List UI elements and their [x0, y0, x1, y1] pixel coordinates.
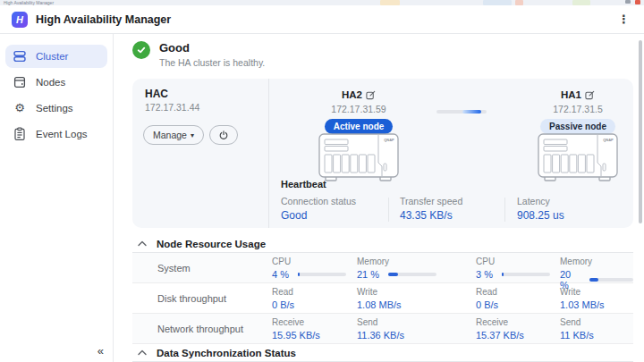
cell-label: Read: [272, 287, 294, 297]
nas-device-image: QNAP: [537, 132, 619, 182]
cell-value: 0 B/s: [476, 299, 498, 310]
sidebar-item-settings[interactable]: ⚙ Settings: [5, 97, 107, 120]
table-row-disk-throughput: Disk throughput Read 0 B/s Write 1.08 MB…: [132, 283, 633, 314]
check-icon: [132, 41, 150, 59]
usage-bar: [589, 278, 633, 282]
window-icon: [625, 0, 631, 4]
cell-label: Write: [357, 287, 402, 297]
row-label: Disk throughput: [157, 293, 226, 304]
power-button[interactable]: [209, 125, 238, 145]
cluster-health-status: Good The HA cluster is healthy.: [132, 41, 265, 68]
metric-cell: CPU 4 %: [272, 257, 346, 280]
stat-label: Connection status: [281, 196, 356, 206]
metric-cell: Write 1.03 MB/s: [560, 287, 605, 310]
sidebar-item-event-logs[interactable]: Event Logs: [5, 122, 107, 146]
cluster-card: HAC 172.17.31.44 Manage ▾ HA2: [132, 79, 633, 228]
usage-bar: [298, 273, 346, 276]
cell-label: Send: [357, 317, 404, 327]
main-content: Good The HA cluster is healthy. HAC 172.…: [114, 34, 644, 362]
manage-button[interactable]: Manage ▾: [143, 125, 204, 145]
node-resource-usage-section: Node Resource Usage System CPU 4 % Memor…: [132, 235, 633, 362]
cell-value: 1.08 MB/s: [357, 299, 402, 310]
power-icon: [218, 130, 229, 140]
cluster-ip: 172.17.31.44: [145, 102, 256, 113]
sidebar: Cluster Nodes ⚙ Settings: [0, 34, 114, 362]
stat-label: Latency: [517, 196, 564, 206]
cluster-icon: [13, 49, 27, 63]
cell-value: 0 B/s: [272, 299, 294, 310]
sidebar-item-label: Event Logs: [36, 129, 88, 139]
edit-icon[interactable]: [366, 90, 376, 100]
status-title: Good: [159, 41, 265, 55]
sidebar-item-label: Settings: [36, 103, 73, 114]
divider: [388, 198, 389, 222]
edit-icon[interactable]: [585, 90, 595, 100]
heartbeat-panel: Heartbeat Connection status Good Transfe…: [281, 179, 621, 224]
usage-bar: [502, 273, 550, 276]
metric-cell: CPU 3 %: [476, 257, 550, 280]
device-brand-label: QNAP: [384, 138, 394, 142]
cell-label: Send: [560, 317, 594, 327]
sync-section-header[interactable]: Data Synchronization Status: [132, 344, 633, 362]
metric-cell: Receive 15.37 KB/s: [476, 317, 524, 341]
kebab-menu-icon[interactable]: ⋮: [615, 13, 632, 26]
cell-value: 11 KB/s: [560, 330, 594, 341]
sidebar-item-cluster[interactable]: Cluster: [5, 45, 107, 68]
sidebar-nav: Cluster Nodes ⚙ Settings: [0, 34, 113, 146]
node-name: HA2: [342, 89, 362, 100]
status-subtitle: The HA cluster is healthy.: [159, 57, 265, 68]
cluster-name: HAC: [145, 88, 256, 100]
metric-cell: Receive 15.95 KB/s: [272, 317, 320, 341]
sidebar-collapse-button[interactable]: «: [97, 344, 104, 358]
row-label: Network throughput: [157, 324, 243, 334]
cell-label: Receive: [476, 317, 524, 327]
divider: [504, 198, 505, 222]
cell-label: Write: [560, 287, 605, 297]
cell-label: Receive: [272, 317, 320, 327]
cell-label: Memory: [560, 257, 633, 266]
app-title: High Availability Manager: [36, 13, 171, 26]
node-ha1: HA1 172.17.31.5 Passive node: [511, 86, 644, 134]
node-name: HA1: [561, 89, 581, 100]
heartbeat-latency: Latency 908.25 us: [517, 196, 564, 222]
sync-flow-indicator: [436, 110, 487, 114]
cell-value: 3 %: [476, 269, 493, 280]
heartbeat-connection-status: Connection status Good: [281, 196, 356, 222]
device-brand-label: QNAP: [603, 138, 614, 142]
cell-value: 21 %: [357, 269, 379, 280]
usage-bar: [388, 273, 436, 276]
metric-cell: Read 0 B/s: [272, 287, 294, 310]
cluster-summary: HAC 172.17.31.44 Manage ▾: [132, 79, 269, 228]
chevron-up-icon: [138, 349, 147, 356]
metric-cell: Send 11 KB/s: [560, 317, 594, 341]
cell-value: 15.95 KB/s: [272, 330, 320, 341]
metric-cell: Memory 21 %: [357, 257, 436, 280]
node-ip: 172.17.31.59: [292, 104, 426, 114]
app-window: High Availability Manager H High Availab…: [0, 0, 644, 362]
close-window-icon: [635, 0, 640, 4]
section-title: Node Resource Usage: [157, 239, 266, 249]
nas-device-image: QNAP: [318, 132, 400, 182]
section-title: Data Synchronization Status: [157, 348, 296, 358]
resource-section-header[interactable]: Node Resource Usage: [132, 235, 633, 253]
row-label: System: [157, 263, 191, 274]
node-ip: 172.17.31.5: [511, 104, 644, 114]
cell-value: 4 %: [272, 269, 289, 280]
gear-icon: ⚙: [13, 101, 27, 115]
app-logo-icon: H: [12, 12, 28, 28]
chevron-down-icon: ▾: [191, 131, 194, 139]
table-row-system: System CPU 4 % Memory 21 % CPU 3 %: [132, 253, 633, 283]
nodes-icon: [13, 75, 27, 89]
cell-value: 1.03 MB/s: [560, 299, 605, 310]
heartbeat-title: Heartbeat: [281, 179, 621, 189]
heartbeat-transfer-speed: Transfer speed 43.35 KB/s: [400, 196, 462, 222]
metric-cell: Read 0 B/s: [476, 287, 498, 310]
sidebar-item-nodes[interactable]: Nodes: [5, 71, 107, 94]
cell-label: CPU: [272, 257, 346, 266]
stat-value: 43.35 KB/s: [400, 209, 462, 222]
sidebar-item-label: Nodes: [36, 77, 65, 88]
metric-cell: Write 1.08 MB/s: [357, 287, 402, 310]
stat-value: Good: [281, 209, 356, 222]
stat-label: Transfer speed: [400, 196, 462, 206]
sidebar-item-label: Cluster: [36, 51, 68, 62]
